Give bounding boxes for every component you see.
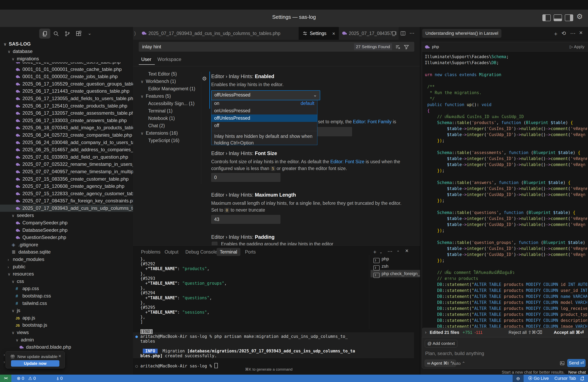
max-length-input[interactable]: 43 <box>211 215 280 224</box>
explorer-item[interactable]: 2025_06_24_025723_create_companies_table… <box>0 132 133 139</box>
agent-mode-pill[interactable]: ∞ Agent ⌘I ⌃ <box>424 360 456 367</box>
new-chat-plus-icon[interactable]: ＋ <box>553 30 558 37</box>
explorer-item[interactable]: 2025_07_15_083356_create_customer_table.… <box>0 175 133 183</box>
settings-search-box[interactable]: inlay hint 27 Settings Found <box>139 42 414 52</box>
send-button[interactable]: Send ⏎ <box>567 359 586 367</box>
layout-columns-icon[interactable] <box>400 31 406 36</box>
explorer-item[interactable]: 2025_06_17_133003_create_answers_table.p… <box>0 117 133 124</box>
explorer-item[interactable]: ∨views <box>0 329 133 336</box>
tab-migration-084357[interactable]: 2025_07_17_084357_ <box>339 27 399 40</box>
split-editor-icon[interactable] <box>391 31 397 36</box>
explorer-item[interactable]: ∨admin <box>0 336 133 344</box>
toc-item-accessibility-sign-[interactable]: Accessibility Sign... (1) <box>139 100 199 107</box>
clear-filters-icon[interactable] <box>395 44 401 50</box>
terminal-session[interactable]: ❯php check_foreign_keys... <box>371 270 420 277</box>
dropdown-option-off[interactable]: off <box>211 122 317 129</box>
tab-terminal[interactable]: Terminal <box>217 248 240 256</box>
explorer-item[interactable]: 2025_06_17_123055_add_fields_to_users_ta… <box>0 95 133 102</box>
remote-indicator[interactable]: >< <box>0 375 11 382</box>
filter-funnel-icon[interactable] <box>404 44 409 50</box>
toc-item-terminal[interactable]: Terminal (1) <box>139 107 199 115</box>
toc-item-features[interactable]: ∨Features (5) <box>139 93 199 100</box>
apply-button[interactable]: ▷ Apply <box>570 42 584 51</box>
zoom-indicator[interactable]: ⊖ <box>513 375 524 382</box>
tab-workspace[interactable]: Workspace <box>157 57 181 62</box>
explorer-item[interactable]: ≣database.sqlite <box>0 248 133 256</box>
more-ellipsis-icon[interactable]: ⋯ <box>570 30 576 37</box>
explorer-item[interactable]: 2025_06_17_125410_create_products_table.… <box>0 102 133 110</box>
settings-search-input[interactable]: inlay hint <box>142 44 161 50</box>
dropdown-option-onUnlessPressed[interactable]: onUnlessPressed <box>211 107 317 115</box>
dropdown-option-offUnlessPressed[interactable]: offUnlessPressed <box>211 115 317 122</box>
explorer-item[interactable]: ›public <box>0 263 133 270</box>
explorer-item[interactable]: ∨resources <box>0 270 133 278</box>
explorer-item[interactable]: 2025_07_17_093943_add_cus_ins_udp_column… <box>0 205 133 212</box>
close-icon[interactable]: ✕ <box>58 354 62 358</box>
go-live-button[interactable]: ⦿ Go Live <box>528 375 549 382</box>
add-terminal-icon[interactable]: ＋ <box>372 248 378 255</box>
new-chat-button[interactable]: New chat <box>568 370 586 374</box>
explorer-item[interactable]: 0001_01_01_000002_create_jobs_table.php <box>0 73 133 80</box>
explorer-item[interactable]: JSapp.js <box>0 314 133 322</box>
explorer-item[interactable]: 2025_06_24_030048_add_company_id_to_user… <box>0 139 133 146</box>
explorer-files-icon[interactable] <box>39 29 50 38</box>
toc-item-chat[interactable]: Chat (2) <box>139 122 199 130</box>
dropdown-option-on[interactable]: ondefault <box>211 100 317 107</box>
close-icon[interactable]: ✕ <box>405 248 409 253</box>
tab-problems[interactable]: Problems <box>141 248 160 256</box>
toc-item-typescript[interactable]: TypeScript (16) <box>139 137 199 144</box>
explorer-item[interactable]: 0001_01_01_000001_create_cache_table.php <box>0 66 133 73</box>
explorer-item[interactable]: 2025_06_17_121443_create_questions_table… <box>0 88 133 95</box>
chevron-right-icon[interactable]: › <box>425 330 426 335</box>
toc-item-text-editor[interactable]: Text Editor (5) <box>139 70 199 78</box>
accept-all-button[interactable]: Accept all ⌘⏎ <box>554 328 584 337</box>
explorer-item[interactable]: dashboard.blade.php <box>0 344 133 351</box>
update-now-button[interactable]: Update now <box>11 360 59 367</box>
tab-user[interactable]: User <box>141 57 151 62</box>
explorer-item[interactable]: 2025_07_07_025322_rename_timestamp_in_us… <box>0 161 133 168</box>
toc-item-extensions[interactable]: ∨Extensions (16) <box>139 130 199 137</box>
settings-link[interactable]: Editor: Font Family <box>353 119 392 124</box>
toggle-right-panel-icon[interactable] <box>565 14 573 21</box>
explorer-item[interactable]: ∨js <box>0 307 133 314</box>
setting-gear-icon[interactable]: ⚙ <box>202 76 207 82</box>
tab-output[interactable]: Output <box>165 248 178 256</box>
terminal-output[interactable]: }, {#5292 +"TABLE_NAME": "products", }, … <box>135 257 371 368</box>
history-icon[interactable]: ⟲ <box>561 30 566 37</box>
toggle-bottom-panel-icon[interactable] <box>554 14 562 21</box>
font-size-input[interactable]: 0 <box>211 173 280 182</box>
toc-item-notebook[interactable]: Notebook (1) <box>139 115 199 122</box>
tab-migration-093943[interactable]: 2025_07_17_093943_add_cus_ins_udp_column… <box>138 27 309 40</box>
explorer-item[interactable]: ∨css <box>0 278 133 285</box>
explorer-item[interactable]: #bootstrap.css <box>0 292 133 300</box>
explorer-item[interactable]: ◈.gitignore <box>0 241 133 248</box>
padding-checkbox[interactable] <box>212 242 217 245</box>
explorer-item[interactable]: 2025_06_17_105529_create_question_groups… <box>0 80 133 88</box>
cursor-tab-toggle[interactable]: Cursor Tab <box>554 375 576 382</box>
more-ellipsis-icon[interactable]: ⋯ <box>409 30 415 36</box>
extensions-icon[interactable] <box>73 29 84 38</box>
source-control-icon[interactable] <box>62 29 73 38</box>
terminal-session[interactable]: ❯php <box>371 255 420 263</box>
close-icon[interactable]: ✕ <box>579 30 583 36</box>
chevron-up-icon[interactable]: ⌃ <box>397 250 399 254</box>
explorer-item[interactable]: CompanySeeder.php <box>0 219 133 227</box>
explorer-item[interactable]: JSbootstrap.js <box>0 322 133 329</box>
explorer-item[interactable]: 2025_07_15_122833_create_agency_customer… <box>0 190 133 197</box>
more-ellipsis-icon[interactable]: ⋯ <box>387 248 393 254</box>
toggle-left-panel-icon[interactable] <box>542 14 551 21</box>
explorer-folder-migrations[interactable]: ∨migrations <box>0 55 145 62</box>
terminal-session[interactable]: ❯zsh <box>371 263 420 270</box>
settings-gear-icon[interactable]: ⚙ <box>576 12 583 21</box>
explorer-item[interactable]: 2025_07_17_084357_fix_foreign_key_constr… <box>0 197 133 205</box>
bell-icon[interactable] <box>580 376 585 381</box>
model-auto-selector[interactable]: Auto ⌃ <box>452 361 465 366</box>
enabled-select[interactable]: offUnlessPressed ⌄ <box>211 90 320 100</box>
reject-all-button[interactable]: Reject all ⇧⌘⌫ <box>509 328 542 337</box>
problems-summary[interactable]: ⊗ 0 ⚠ 0 <box>17 375 36 382</box>
explorer-item[interactable]: 2025_06_25_014657_add_address_to_compani… <box>0 146 133 153</box>
tab-debug-console[interactable]: Debug Console <box>185 248 217 256</box>
explorer-item[interactable]: #tailwind.css <box>0 300 133 307</box>
close-icon[interactable]: ✕ <box>332 32 336 36</box>
explorer-item[interactable]: 2025_07_15_120608_create_agency_table.ph… <box>0 183 133 190</box>
